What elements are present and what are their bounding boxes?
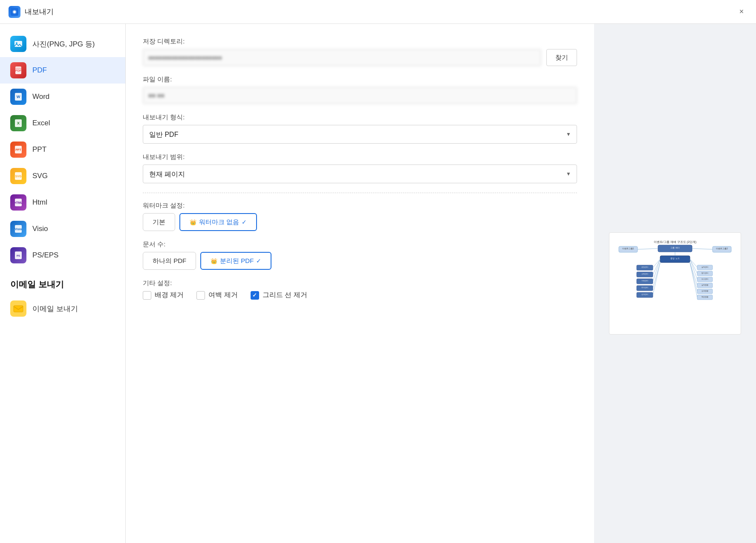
form-area: 저장 디렉토리: 찾기 파일 이름: 내보내기 형식: 일반 PDF PDF/A…: [126, 24, 594, 543]
svg-line-64: [690, 263, 697, 291]
preview-diagram: 이벤트/그룹 재배 구조도 (2단계) 이벤트그룹1 그룹 헤더 이벤트그룹2: [615, 239, 735, 328]
preview-card: 이벤트/그룹 재배 구조도 (2단계) 이벤트그룹1 그룹 헤더 이벤트그룹2: [609, 232, 741, 335]
checkbox-margin-remove[interactable]: 여백 제거: [196, 291, 237, 300]
format-field: 내보내기 형식: 일반 PDF PDF/A PDF/X ▼: [143, 113, 577, 144]
sidebar-item-ppt[interactable]: PPT PPT: [0, 136, 125, 163]
file-label: 파일 이름:: [143, 75, 577, 84]
sidebar-item-pseps[interactable]: PS PS/EPS: [0, 242, 125, 269]
sidebar-item-photo-label: 사진(PNG, JPG 등): [32, 39, 95, 49]
checkbox-margin-label: 여백 제거: [208, 291, 237, 300]
range-select[interactable]: 현재 페이지 모든 페이지 선택 영역: [143, 165, 577, 183]
range-label: 내보내기 범위:: [143, 153, 577, 161]
svg-text:그룹 헤더: 그룹 헤더: [670, 246, 679, 249]
svg-text:PS: PS: [17, 254, 20, 257]
watermark-field: 워터마크 설정: 기본 👑 워터마크 없음 ✓: [143, 202, 577, 231]
watermark-basic-button[interactable]: 기본: [143, 213, 175, 231]
checkbox-grid-label: 그리드 선 제거: [263, 291, 307, 300]
checkbox-bg-label: 배경 제거: [155, 291, 184, 300]
title-bar: 내보내기 ×: [0, 0, 756, 24]
sidebar-item-visio[interactable]: Visio Visio: [0, 216, 125, 242]
svg-text:중앙 노드: 중앙 노드: [670, 257, 679, 260]
close-button[interactable]: ×: [736, 6, 747, 18]
svg-text:성과현황: 성과현황: [701, 290, 708, 292]
pdf-icon: PDF: [10, 62, 26, 78]
svg-text:PDF: PDF: [15, 69, 22, 72]
crown-icon: 👑: [190, 219, 196, 225]
svg-text:평가관리: 평가관리: [701, 272, 708, 274]
email-section-title: 이메일 보내기: [0, 269, 125, 295]
main-content: 사진(PNG, JPG 등) PDF PDF W Word: [0, 24, 756, 543]
sidebar-item-pdf-label: PDF: [32, 66, 47, 75]
checkbox-grid-box: [251, 291, 259, 300]
dir-row: 찾기: [143, 49, 577, 66]
sidebar-item-photo[interactable]: 사진(PNG, JPG 등): [0, 31, 125, 57]
sidebar-item-pdf[interactable]: PDF PDF: [0, 57, 125, 84]
sidebar: 사진(PNG, JPG 등) PDF PDF W Word: [0, 24, 126, 543]
split-crown-icon: 👑: [211, 258, 217, 264]
sidebar-item-pseps-label: PS/EPS: [32, 251, 58, 260]
doccount-split-label: 분리된 PDF: [220, 257, 254, 265]
doccount-label: 문서 수:: [143, 240, 577, 248]
dir-input[interactable]: [143, 49, 541, 66]
file-input[interactable]: [143, 87, 577, 104]
watermark-label: 워터마크 설정:: [143, 202, 577, 210]
file-field: 파일 이름:: [143, 75, 577, 104]
sidebar-item-visio-label: Visio: [32, 225, 48, 233]
svg-text:Visio: Visio: [15, 228, 22, 231]
other-settings-field: 기타 설정: 배경 제거 여백 제거 그리드 선 제거: [143, 279, 577, 300]
html-icon: HTML: [10, 194, 26, 211]
checkbox-grid-remove[interactable]: 그리드 선 제거: [251, 291, 307, 300]
checkboxes-row: 배경 제거 여백 제거 그리드 선 제거: [143, 291, 577, 300]
svg-text:HTML: HTML: [14, 201, 23, 204]
word-icon: W: [10, 89, 26, 105]
sidebar-item-svg[interactable]: SVG SVG: [0, 163, 125, 189]
sidebar-item-email-label: 이메일 보내기: [32, 304, 78, 314]
watermark-none-label: 워터마크 없음: [199, 218, 239, 226]
svg-text:목표현황: 목표현황: [701, 296, 708, 298]
svg-text:SVG: SVG: [15, 175, 22, 178]
checkbox-bg-remove[interactable]: 배경 제거: [143, 291, 184, 300]
app-icon: [9, 6, 20, 18]
dialog-title: 내보내기: [25, 7, 54, 17]
range-field: 내보내기 범위: 현재 페이지 모든 페이지 선택 영역 ▼: [143, 153, 577, 183]
svg-text:실적현황: 실적현황: [701, 284, 708, 286]
svg-text:X: X: [17, 121, 20, 125]
svg-line-62: [690, 259, 697, 279]
svg-rect-19: [14, 306, 23, 312]
format-select[interactable]: 일반 PDF PDF/A PDF/X: [143, 125, 577, 144]
svg-line-29: [692, 248, 713, 249]
svg-icon: SVG: [10, 168, 26, 184]
visio-icon: Visio: [10, 221, 26, 237]
sidebar-item-html[interactable]: HTML Html: [0, 189, 125, 216]
pseps-icon: PS: [10, 247, 26, 263]
doccount-button-group: 하나의 PDF 👑 분리된 PDF ✓: [143, 252, 577, 270]
ppt-icon: PPT: [10, 142, 26, 158]
browse-button[interactable]: 찾기: [546, 49, 577, 66]
doccount-split-button[interactable]: 👑 분리된 PDF ✓: [200, 252, 271, 270]
email-icon: [10, 300, 26, 317]
sidebar-item-html-label: Html: [32, 198, 47, 207]
title-bar-left: 내보내기: [9, 6, 54, 18]
svg-text:이벤트/그룹 재배 구조도 (2단계): 이벤트/그룹 재배 구조도 (2단계): [654, 240, 696, 244]
format-select-wrap: 일반 PDF PDF/A PDF/X ▼: [143, 125, 577, 144]
sidebar-item-email[interactable]: 이메일 보내기: [0, 295, 125, 322]
checkbox-margin-box: [196, 291, 205, 300]
sidebar-item-excel[interactable]: X Excel: [0, 110, 125, 136]
sidebar-item-word-label: Word: [32, 92, 49, 101]
svg-line-47: [653, 263, 660, 295]
svg-text:교육관리: 교육관리: [641, 273, 648, 275]
doccount-one-button[interactable]: 하나의 PDF: [143, 252, 196, 270]
svg-line-28: [638, 248, 658, 249]
svg-line-45: [653, 259, 660, 281]
watermark-none-button[interactable]: 👑 워터마크 없음 ✓: [179, 213, 257, 231]
watermark-button-group: 기본 👑 워터마크 없음 ✓: [143, 213, 577, 231]
sidebar-item-svg-label: SVG: [32, 172, 48, 180]
dir-field: 저장 디렉토리: 찾기: [143, 38, 577, 66]
range-select-wrap: 현재 페이지 모든 페이지 선택 영역 ▼: [143, 165, 577, 183]
sidebar-item-word[interactable]: W Word: [0, 84, 125, 110]
other-settings-label: 기타 설정:: [143, 279, 577, 287]
checkbox-bg-box: [143, 291, 151, 300]
format-label: 내보내기 형식:: [143, 113, 577, 121]
excel-icon: X: [10, 115, 26, 131]
svg-text:이벤트그룹2: 이벤트그룹2: [716, 248, 728, 250]
